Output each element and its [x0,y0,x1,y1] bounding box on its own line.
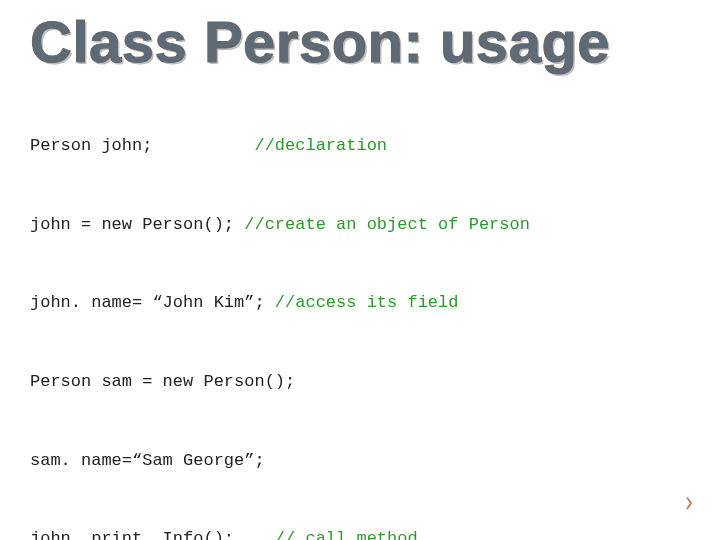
code-text: john. print. Info(); [30,529,275,540]
code-text: Person sam = new Person(); [30,372,295,391]
code-line: john = new Person(); //create an object … [30,205,690,245]
code-comment: //access its field [275,293,459,312]
code-line: Person john; //declaration [30,126,690,166]
code-text: Person john; [30,136,254,155]
code-text: sam. name=“Sam George”; [30,451,265,470]
slide-title-wrap: Class Person: usage Class Person: usage [30,12,610,73]
code-line: john. print. Info(); // call method [30,519,690,540]
next-arrow-icon[interactable]: › [685,484,693,518]
code-text: john. name= “John Kim”; [30,293,275,312]
code-line: sam. name=“Sam George”; [30,441,690,481]
code-comment: //declaration [254,136,387,155]
code-line: Person sam = new Person(); [30,362,690,402]
code-comment: //create an object of Person [244,215,530,234]
slide-title: Class Person: usage [30,12,610,73]
code-comment: // call method [275,529,418,540]
slide: Class Person: usage Class Person: usage … [0,0,720,540]
code-text: john = new Person(); [30,215,244,234]
code-block: Person john; //declaration john = new Pe… [30,87,690,540]
code-line: john. name= “John Kim”; //access its fie… [30,283,690,323]
